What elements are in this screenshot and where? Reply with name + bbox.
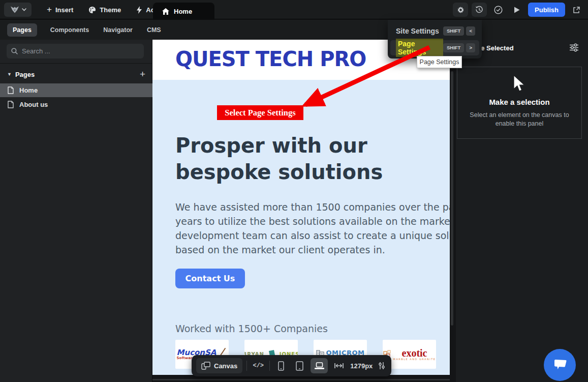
hero-heading-line2: bespoke solutions — [175, 159, 383, 185]
menu-item-label-highlighted: Page Settings — [396, 39, 443, 57]
canvas-toolbar: Canvas </> 1279px — [192, 355, 391, 376]
chevron-down-icon — [22, 8, 26, 11]
desktop-breakpoint-button[interactable] — [311, 358, 328, 373]
tab-cms[interactable]: CMS — [146, 23, 162, 37]
height-slider-icon — [379, 362, 385, 370]
fox-logo-icon — [10, 6, 20, 14]
collapse-triangle-icon[interactable]: ▼ — [7, 72, 12, 77]
home-icon — [162, 8, 169, 15]
hero-heading-line1: Prosper with our — [175, 132, 383, 159]
contact-us-button[interactable]: Contact Us — [175, 269, 245, 288]
insert-label: Insert — [55, 6, 73, 14]
palette-icon — [88, 6, 96, 14]
search-icon — [11, 48, 18, 54]
top-toolbar: + Insert Theme Actions Code — [0, 0, 588, 19]
page-item-label: About us — [19, 101, 48, 108]
menu-item-page-settings[interactable]: Page Settings SHIFT > — [390, 40, 479, 55]
empty-state-line: Select an element on the canvas to — [470, 111, 569, 120]
canvas-mode-label: Canvas — [214, 362, 237, 370]
open-site-button[interactable] — [569, 3, 584, 17]
add-page-button[interactable]: + — [140, 69, 145, 80]
annotation-select-page-settings: Select Page Settings — [217, 105, 303, 120]
tab-pages[interactable]: Pages — [7, 23, 37, 37]
page-doc-icon — [8, 86, 14, 94]
theme-label: Theme — [100, 6, 121, 14]
settings-dropdown-menu: Site Settings SHIFT < Page Settings SHIF… — [388, 20, 482, 58]
open-page-tab-home[interactable]: Home — [153, 3, 214, 20]
hero-heading[interactable]: Prosper with our bespoke solutions — [175, 132, 383, 185]
filter-sliders-icon[interactable] — [569, 43, 579, 52]
page-doc-icon — [8, 101, 14, 108]
logo-name: exotic — [393, 348, 436, 358]
clients-caption[interactable]: Worked with 1500+ Companies — [175, 323, 328, 334]
left-panel-tabs: Pages Components Navigator CMS — [7, 23, 162, 37]
check-circle-icon — [494, 6, 503, 14]
canvas-width-value[interactable]: 1279px — [350, 362, 373, 370]
publish-button[interactable]: Publish — [528, 3, 565, 17]
logo-subtext: MARBLE AND GRANITE — [393, 358, 436, 361]
inspector-panel: Styles Options Animations None Selected … — [456, 20, 588, 382]
paragraph-line: based on the market our client operates … — [175, 243, 450, 257]
canvas-vertical-scrollbar[interactable] — [451, 71, 453, 326]
paragraph-line: We have assisted more than 1500 companie… — [175, 200, 450, 214]
empty-selection-box: Make a selection Select an element on th… — [457, 67, 582, 139]
cursor-arrow-icon — [513, 75, 526, 93]
mobile-breakpoint-button[interactable] — [274, 358, 288, 373]
right-angle-keycap: > — [466, 43, 475, 52]
code-view-button[interactable]: </> — [251, 358, 265, 373]
play-icon — [513, 6, 520, 14]
canvas-width-button[interactable] — [332, 358, 346, 373]
sidebar-item-home[interactable]: Home — [0, 83, 152, 97]
sidebar-item-about-us[interactable]: About us — [0, 98, 152, 111]
lightning-icon — [136, 6, 142, 14]
canvas-horizontal-scrollbar[interactable] — [152, 379, 450, 380]
theme-menu-item[interactable]: Theme — [88, 6, 121, 14]
hero-paragraph[interactable]: We have assisted more than 1500 companie… — [175, 200, 450, 257]
search-input[interactable] — [22, 47, 134, 55]
validate-button[interactable] — [490, 3, 506, 17]
empty-state-line: enable this panel — [470, 120, 569, 128]
panel-tab-strip: Pages Components Navigator CMS — [0, 20, 588, 40]
toolbar-divider — [269, 361, 270, 371]
menu-item-site-settings[interactable]: Site Settings SHIFT < — [390, 23, 479, 39]
empty-state-body: Select an element on the canvas to enabl… — [470, 111, 569, 128]
site-brand-text[interactable]: QUEST TECH PRO — [175, 47, 366, 71]
paragraph-line: development team can also assist to crea… — [175, 228, 450, 243]
shift-keycap: SHIFT — [443, 43, 464, 52]
tab-components[interactable]: Components — [49, 23, 90, 37]
design-canvas[interactable]: QUEST TECH PRO Prosper with our bespoke … — [152, 40, 450, 375]
tablet-icon — [296, 361, 303, 371]
external-link-icon — [573, 6, 580, 14]
left-angle-keycap: < — [466, 26, 475, 36]
chat-widget-button[interactable] — [544, 349, 576, 381]
page-item-label: Home — [19, 86, 38, 94]
width-arrows-icon — [334, 363, 344, 369]
pages-section-header: ▼ Pages + — [7, 68, 145, 81]
history-button[interactable] — [472, 3, 487, 17]
page-tab-label: Home — [174, 8, 192, 15]
page-settings-tooltip: Page Settings — [417, 56, 462, 68]
empty-state-title: Make a selection — [489, 98, 549, 106]
toolbar-divider — [246, 361, 247, 371]
settings-gear-button[interactable] — [453, 3, 468, 17]
chat-bubble-icon — [552, 359, 568, 372]
canvas-height-button[interactable] — [377, 358, 387, 373]
shift-keycap: SHIFT — [443, 26, 464, 36]
tablet-breakpoint-button[interactable] — [292, 358, 306, 373]
tab-navigator[interactable]: Navigator — [102, 23, 134, 37]
menu-item-label: Site Settings — [396, 27, 439, 35]
pages-section-title: Pages — [15, 71, 35, 78]
code-brackets-icon: </> — [253, 362, 264, 369]
phone-icon — [278, 361, 284, 371]
plus-icon: + — [47, 5, 52, 15]
sidebar-search[interactable] — [7, 44, 144, 58]
preview-button[interactable] — [509, 3, 524, 17]
history-icon — [475, 6, 483, 14]
app-window: + Insert Theme Actions Code — [0, 0, 588, 382]
devices-icon — [201, 362, 210, 370]
laptop-icon — [315, 362, 324, 370]
app-logo-button[interactable] — [4, 3, 32, 17]
insert-menu-item[interactable]: + Insert — [47, 5, 73, 15]
top-right-actions: Publish — [453, 3, 584, 17]
canvas-mode-button[interactable]: Canvas — [196, 358, 242, 373]
